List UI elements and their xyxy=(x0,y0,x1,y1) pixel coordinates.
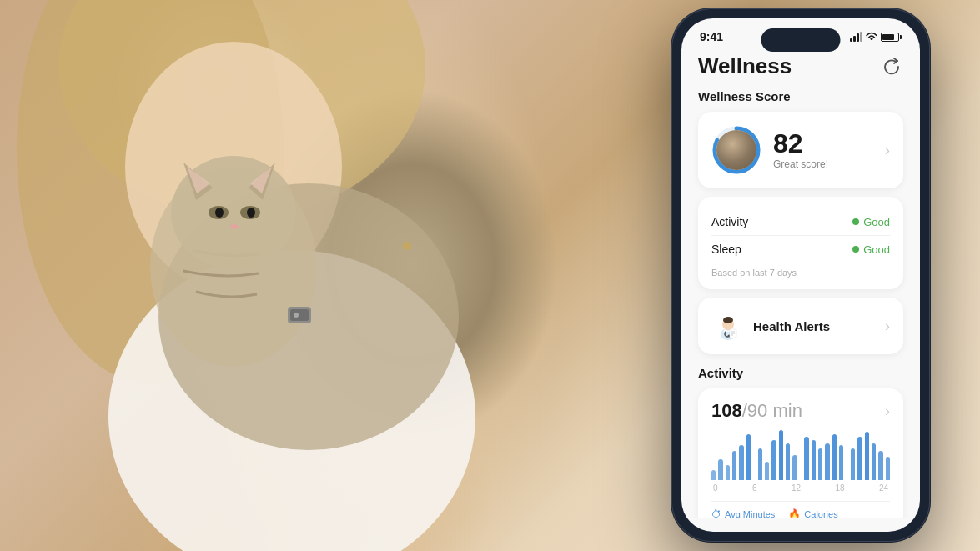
phone-frame: 9:41 xyxy=(671,8,930,542)
activity-status: Good xyxy=(852,216,890,228)
bar-14 xyxy=(818,448,822,480)
sleep-status: Good xyxy=(852,243,890,256)
bar-3 xyxy=(732,451,736,480)
chart-legend: ⏱ Avg Minutes 🔥 Calories xyxy=(711,501,890,518)
wellness-score-left: 82 Great score! xyxy=(711,125,828,175)
legend-calories: 🔥 Calories xyxy=(788,508,837,518)
activity-current-minutes: 108 xyxy=(711,400,742,421)
pet-avatar xyxy=(716,130,756,170)
refresh-icon xyxy=(882,58,901,76)
signal-bar-2 xyxy=(853,36,856,42)
phone-wrapper: 9:41 xyxy=(671,8,930,542)
activity-bar-chart xyxy=(711,430,890,480)
bar-0 xyxy=(711,470,716,480)
activity-detail-row: Activity Good xyxy=(711,208,890,235)
bar-21 xyxy=(872,443,876,480)
activity-header: 108/90 min › xyxy=(711,400,890,422)
legend-avg-label: Avg Minutes xyxy=(725,509,775,518)
bar-11 xyxy=(792,455,797,480)
based-on-text: Based on last 7 days xyxy=(711,263,890,278)
battery-icon xyxy=(881,33,902,42)
bar-13 xyxy=(812,440,816,480)
bar-22 xyxy=(878,451,882,480)
score-info: 82 Great score! xyxy=(773,130,828,170)
wellness-chevron-icon: › xyxy=(885,142,890,159)
page-title: Wellness xyxy=(698,53,792,79)
wellness-circle-progress xyxy=(711,125,761,175)
wifi-icon xyxy=(866,32,877,42)
pet-avatar-image xyxy=(716,130,756,170)
bar-9 xyxy=(779,430,783,480)
bar-label-24: 24 xyxy=(879,483,888,493)
bar-8 xyxy=(771,440,776,480)
app-header: Wellness xyxy=(698,47,903,89)
bar-7 xyxy=(765,462,769,480)
status-time: 9:41 xyxy=(700,30,723,43)
activity-status-text: Good xyxy=(863,216,890,228)
refresh-button[interactable] xyxy=(880,55,903,78)
dynamic-island xyxy=(761,28,841,52)
legend-avg-minutes: ⏱ Avg Minutes xyxy=(711,508,775,518)
activity-minutes-display: 108/90 min xyxy=(711,400,802,422)
bar-12 xyxy=(804,437,808,480)
health-alerts-card[interactable]: Health Alerts › xyxy=(698,298,903,354)
bar-4 xyxy=(739,445,743,480)
signal-bar-3 xyxy=(857,33,859,42)
activity-goal-text: /90 min xyxy=(742,400,802,421)
bar-2 xyxy=(726,465,730,480)
bar-label-0: 0 xyxy=(713,483,718,493)
bar-16 xyxy=(832,434,837,480)
wellness-score-label: Wellness Score xyxy=(698,89,903,103)
bar-chart-labels: 0 6 12 18 24 xyxy=(711,483,890,493)
flame-icon: 🔥 xyxy=(788,508,801,518)
wellness-score-card[interactable]: 82 Great score! › xyxy=(698,112,903,188)
bar-23 xyxy=(886,457,890,480)
bar-label-6: 6 xyxy=(752,483,757,493)
sleep-status-text: Good xyxy=(863,243,890,256)
score-subtext: Great score! xyxy=(773,158,828,170)
status-icons xyxy=(850,32,902,42)
doctor-illustration-icon xyxy=(713,311,743,341)
bar-20 xyxy=(865,432,869,480)
bar-6 xyxy=(758,448,762,480)
bar-10 xyxy=(786,443,790,480)
sleep-label: Sleep xyxy=(711,243,741,256)
bar-18 xyxy=(851,448,855,480)
health-alerts-chevron-icon: › xyxy=(885,318,890,335)
score-number: 82 xyxy=(773,130,828,157)
bar-19 xyxy=(857,437,862,480)
signal-bar-1 xyxy=(850,38,852,42)
bar-label-18: 18 xyxy=(835,483,844,493)
signal-bars-icon xyxy=(850,32,862,42)
activity-status-dot xyxy=(852,218,859,225)
bar-17 xyxy=(839,445,843,480)
bar-1 xyxy=(718,459,722,480)
signal-bar-4 xyxy=(860,32,862,42)
screen-content[interactable]: Wellness Wellness Score xyxy=(681,47,920,518)
activity-label: Activity xyxy=(711,215,748,228)
wellness-details-card: Activity Good Sleep Good Based on l xyxy=(698,197,903,289)
activity-card[interactable]: 108/90 min › 0 6 12 18 24 xyxy=(698,388,903,518)
bar-5 xyxy=(746,434,751,480)
alerts-left: Health Alerts xyxy=(711,309,830,343)
bar-label-12: 12 xyxy=(792,483,801,493)
activity-section: Activity 108/90 min › 0 xyxy=(698,366,903,518)
activity-section-label: Activity xyxy=(698,366,903,380)
health-alerts-title: Health Alerts xyxy=(753,319,830,333)
activity-chevron-icon: › xyxy=(885,403,890,420)
bar-15 xyxy=(825,443,829,480)
phone-screen: 9:41 xyxy=(681,18,920,532)
clock-icon: ⏱ xyxy=(711,508,721,518)
health-alerts-icon xyxy=(711,309,745,343)
sleep-status-dot xyxy=(852,246,859,253)
legend-calories-label: Calories xyxy=(804,509,837,518)
svg-point-24 xyxy=(723,317,733,323)
sleep-detail-row: Sleep Good xyxy=(711,235,890,263)
